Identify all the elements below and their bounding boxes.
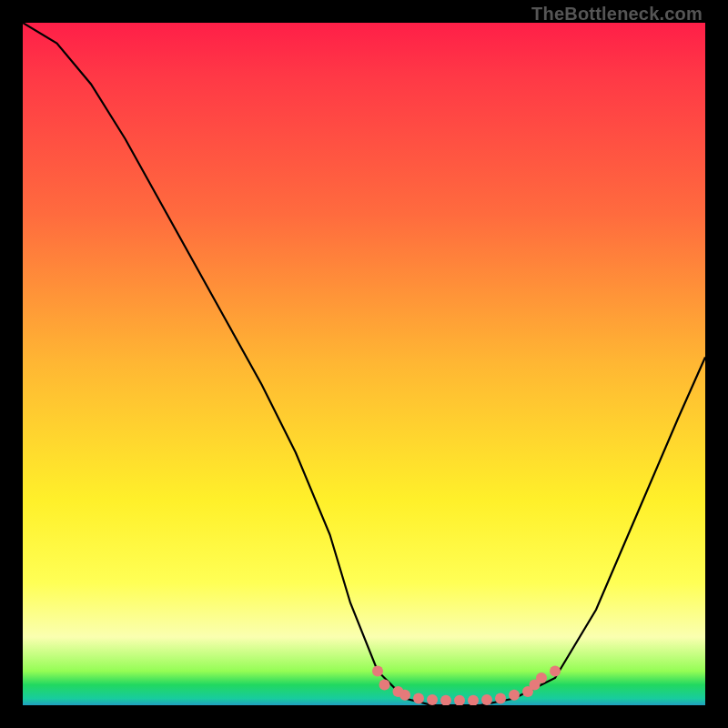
chart-container: TheBottleneck.com: [0, 0, 728, 728]
plot-area: [23, 23, 705, 705]
watermark-text: TheBottleneck.com: [531, 4, 703, 25]
